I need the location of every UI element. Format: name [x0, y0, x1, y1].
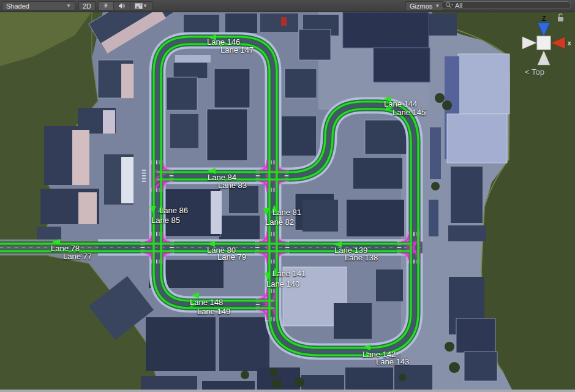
building [376, 270, 403, 301]
axis-left-cone[interactable] [522, 37, 536, 49]
building [173, 62, 208, 78]
chevron-down-icon: ▼ [66, 4, 71, 9]
building [299, 29, 331, 60]
building [167, 77, 197, 110]
building [260, 13, 298, 32]
view-options-group: ☀ ▼ [98, 1, 152, 10]
audio-toggle-button[interactable] [114, 2, 130, 10]
draw-mode-label: Shaded [6, 2, 29, 10]
tree [442, 100, 452, 110]
tree [435, 93, 445, 103]
2d-toggle-button[interactable]: 2D [78, 1, 96, 10]
building [72, 130, 89, 185]
gizmos-dropdown[interactable]: Gizmos ▼ [405, 1, 444, 10]
building [334, 303, 372, 339]
tree [295, 377, 304, 387]
scene-toolbar: Shaded ▼ 2D ☀ ▼ Gizmos ▼ [0, 0, 575, 12]
tree [431, 182, 440, 190]
building [448, 225, 486, 241]
building [430, 127, 441, 179]
building [464, 352, 497, 381]
building [207, 109, 247, 160]
building [175, 55, 211, 62]
axis-x-label: x [568, 40, 571, 47]
axis-down-cone[interactable] [538, 51, 550, 65]
scene-bottom-strip [0, 390, 575, 392]
chevron-down-icon: ▼ [435, 4, 440, 9]
speaker-icon [118, 2, 126, 9]
building [184, 15, 219, 33]
axis-z-label: Z [542, 15, 546, 22]
building [456, 318, 495, 353]
unity-scene-view: { "toolbar": { "shaded": "Shaded", "mode… [0, 0, 575, 392]
building [121, 157, 133, 203]
padlock-icon[interactable] [558, 14, 563, 21]
building [429, 200, 438, 236]
building [353, 158, 402, 189]
building [365, 120, 407, 154]
orientation-gizmo: Z x < Top [516, 13, 575, 80]
tree [272, 379, 282, 388]
persp-toggle-icon: < [525, 67, 530, 77]
building [219, 216, 260, 241]
search-icon [445, 2, 453, 9]
gizmo-center-cube[interactable] [537, 36, 551, 50]
building [225, 13, 257, 33]
building [211, 191, 222, 234]
tree [399, 374, 406, 381]
chevron-down-icon: ▼ [143, 4, 148, 9]
view-mode-label: Top [532, 67, 544, 77]
building [146, 317, 216, 371]
building [374, 48, 430, 82]
axis-z-cone[interactable] [538, 23, 550, 36]
building [451, 167, 483, 223]
tree [269, 368, 278, 377]
scene-search-field[interactable] [441, 1, 571, 9]
building [345, 368, 393, 392]
tree [449, 362, 460, 373]
building [301, 375, 344, 392]
building [229, 186, 258, 213]
sun-icon: ☀ [103, 2, 109, 9]
building [458, 54, 509, 114]
building [214, 69, 250, 108]
building [170, 114, 198, 148]
building-sign [281, 17, 287, 26]
search-input[interactable] [455, 2, 553, 9]
building [447, 114, 507, 163]
building [303, 200, 338, 232]
building [78, 192, 97, 224]
image-icon [135, 3, 143, 9]
draw-mode-dropdown[interactable]: Shaded ▼ [2, 1, 75, 10]
building [37, 227, 61, 240]
building [347, 200, 404, 236]
lighting-toggle-button[interactable]: ☀ [99, 2, 114, 10]
effects-dropdown[interactable]: ▼ [130, 2, 152, 10]
tree [445, 342, 454, 352]
building [343, 12, 429, 48]
tree [241, 371, 249, 379]
axis-x-cone[interactable] [551, 37, 565, 49]
view-mode-toggle[interactable]: < Top [525, 67, 574, 77]
scene-viewport[interactable] [0, 0, 575, 392]
building [121, 64, 133, 98]
building [282, 116, 316, 156]
building [285, 69, 317, 98]
building [219, 317, 269, 371]
building [429, 13, 457, 36]
building [103, 110, 115, 134]
